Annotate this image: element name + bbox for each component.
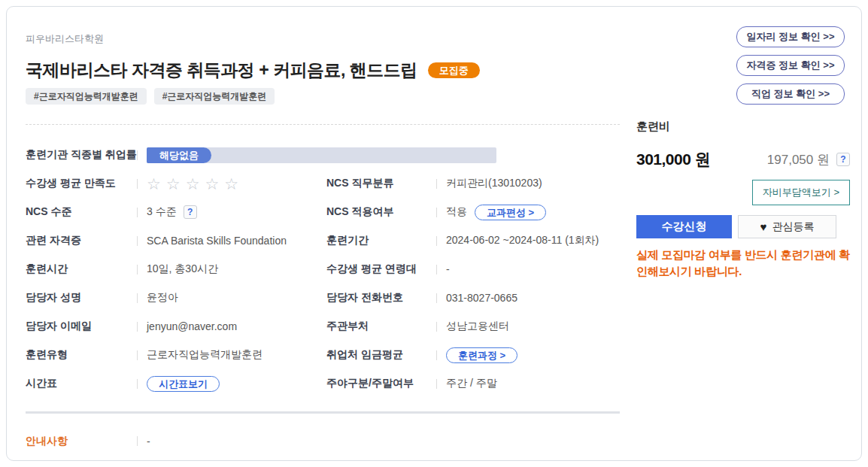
value-divider	[137, 322, 138, 332]
value-divider	[436, 208, 437, 217]
row-label: NCS 직무분류	[326, 177, 436, 190]
self-pay-button[interactable]: 자비부담액보기 >	[752, 180, 850, 205]
star-icon: ☆	[205, 175, 224, 193]
star-icon: ☆	[186, 175, 205, 193]
help-icon[interactable]: ?	[836, 153, 850, 166]
recruit-deadline-notice: 실제 모집마감 여부를 반드시 훈련기관에 확인해보시기 바랍니다.	[636, 247, 850, 280]
row-label: 수강생 평균 연령대	[326, 262, 436, 276]
value-divider	[436, 350, 437, 360]
tag-chip: #근로자직업능력개발훈련	[154, 88, 275, 105]
value-divider	[436, 379, 437, 389]
agency-value: 성남고용센터	[446, 320, 509, 333]
value-divider	[436, 265, 437, 274]
heart-icon: ♥	[760, 220, 767, 233]
row-label: 시간표	[26, 377, 137, 390]
row-label: 담당자 이메일	[26, 320, 137, 333]
row-label: 담당자 전화번호	[326, 291, 436, 305]
value-divider	[436, 293, 437, 303]
table-row-satisfaction: 수강생 평균 만족도 ☆☆☆☆☆ NCS 직무분류 커피관리(13010203)	[26, 169, 620, 198]
employment-rate-bar: 해당없음	[147, 147, 496, 163]
value-divider	[137, 179, 138, 189]
manager-email-value: jenyun@naver.com	[147, 320, 237, 332]
certificate-info-button[interactable]: 자격증 정보 확인 >>	[736, 55, 845, 76]
value-divider	[436, 179, 437, 189]
row-label: 담당자 성명	[26, 291, 137, 305]
value-divider	[137, 293, 138, 303]
star-icon: ☆	[147, 175, 166, 193]
day-night-value: 주간 / 주말	[446, 377, 497, 390]
ncs-category-value: 커피관리(13010203)	[446, 177, 542, 190]
course-header: 피우바리스타학원 국제바리스타 자격증 취득과정 + 커피음료, 핸드드립 모집…	[7, 7, 861, 105]
row-label: 관련 자격증	[26, 234, 137, 247]
course-title: 국제바리스타 자격증 취득과정 + 커피음료, 핸드드립	[26, 59, 417, 82]
employment-rate-badge: 해당없음	[147, 147, 211, 163]
notice-section-row: 안내사항 -	[26, 427, 861, 455]
subsidized-price: 197,050 원	[767, 151, 830, 168]
favorite-button-label: 관심등록	[772, 220, 814, 234]
table-row-training-type: 훈련유형 근로자직업능력개발훈련 취업처 임금평균 훈련과정 >	[26, 341, 620, 369]
row-label: 주관부처	[326, 320, 436, 333]
table-row-manager-email: 담당자 이메일 jenyun@naver.com 주관부처 성남고용센터	[26, 312, 620, 341]
rating-stars: ☆☆☆☆☆	[147, 176, 244, 192]
section-divider	[26, 411, 620, 414]
apply-button[interactable]: 수강신청	[636, 215, 732, 238]
table-row-hours: 훈련시간 10일, 총30시간 수강생 평균 연령대 -	[26, 255, 620, 284]
row-label: 훈련유형	[26, 348, 137, 362]
star-icon: ☆	[166, 175, 186, 193]
notice-section-value: -	[147, 435, 150, 447]
value-divider	[436, 236, 437, 246]
training-type-value: 근로자직업능력개발훈련	[147, 348, 263, 362]
favorite-button[interactable]: ♥ 관심등록	[738, 215, 836, 238]
value-divider	[137, 236, 138, 246]
course-wage-button[interactable]: 훈련과정 >	[446, 347, 517, 363]
value-divider	[137, 265, 138, 274]
value-divider	[137, 208, 138, 217]
table-row-manager-name: 담당자 성명 윤정아 담당자 전화번호 031-8027-0665	[26, 284, 620, 312]
course-info-table: 훈련기관 직종별 취업률 해당없음 수강생 평균 만족도 ☆☆☆☆☆ NCS 직…	[26, 141, 620, 398]
row-label: NCS 수준	[26, 205, 137, 219]
row-label: 취업처 임금평균	[326, 348, 436, 362]
help-icon[interactable]: ?	[184, 205, 197, 219]
star-icon: ☆	[224, 175, 244, 193]
job-info-button[interactable]: 일자리 정보 확인 >>	[736, 26, 845, 47]
training-period-value: 2024-06-02 ~2024-08-11 (1회차)	[446, 234, 599, 247]
avg-age-value: -	[446, 263, 450, 275]
manager-name-value: 윤정아	[147, 291, 178, 305]
row-label: 주야구분/주말여부	[326, 377, 436, 390]
tag-chip: #근로자직업능력개발훈련	[26, 88, 147, 105]
related-certificate-value: SCA Barista Skills Foundation	[147, 235, 287, 247]
row-label: 훈련기간	[326, 234, 436, 247]
row-label: NCS 적용여부	[326, 205, 436, 219]
curriculum-button[interactable]: 교과편성 >	[475, 205, 546, 220]
row-label: 훈련시간	[26, 262, 137, 276]
quick-links: 일자리 정보 확인 >> 자격증 정보 확인 >> 직업 정보 확인 >>	[736, 26, 845, 105]
table-row-certificate: 관련 자격증 SCA Barista Skills Foundation 훈련기…	[26, 226, 620, 255]
training-hours-value: 10일, 총30시간	[147, 262, 218, 276]
ncs-level-value: 3 수준	[147, 205, 177, 219]
row-label: 훈련기관 직종별 취업률	[26, 148, 137, 162]
table-row-employment-rate: 훈련기관 직종별 취업률 해당없음	[26, 141, 620, 169]
ncs-applied-value: 적용	[446, 205, 467, 219]
table-row-ncs-level: NCS 수준 3 수준 ? NCS 적용여부 적용 교과편성 >	[26, 198, 620, 226]
value-divider	[137, 150, 138, 160]
recruiting-status-badge: 모집중	[428, 62, 480, 78]
table-row-timetable: 시간표 시간표보기 주야구분/주말여부 주간 / 주말	[26, 369, 620, 398]
header-divider	[26, 124, 620, 125]
value-divider	[137, 436, 138, 446]
manager-phone-value: 031-8027-0665	[446, 292, 517, 304]
timetable-button[interactable]: 시간표보기	[147, 376, 220, 392]
occupation-info-button[interactable]: 직업 정보 확인 >>	[736, 83, 845, 105]
value-divider	[436, 322, 437, 332]
course-detail-card: 일자리 정보 확인 >> 자격증 정보 확인 >> 직업 정보 확인 >> 피우…	[6, 6, 862, 461]
value-divider	[137, 350, 138, 360]
price-title: 훈련비	[636, 120, 850, 134]
list-price: 301,000 원	[636, 149, 710, 170]
value-divider	[137, 379, 138, 389]
notice-section-label: 안내사항	[26, 435, 137, 448]
price-panel: 훈련비 301,000 원 197,050 원 ? 자비부담액보기 > 수강신청…	[636, 120, 850, 280]
row-label: 수강생 평균 만족도	[26, 177, 137, 190]
